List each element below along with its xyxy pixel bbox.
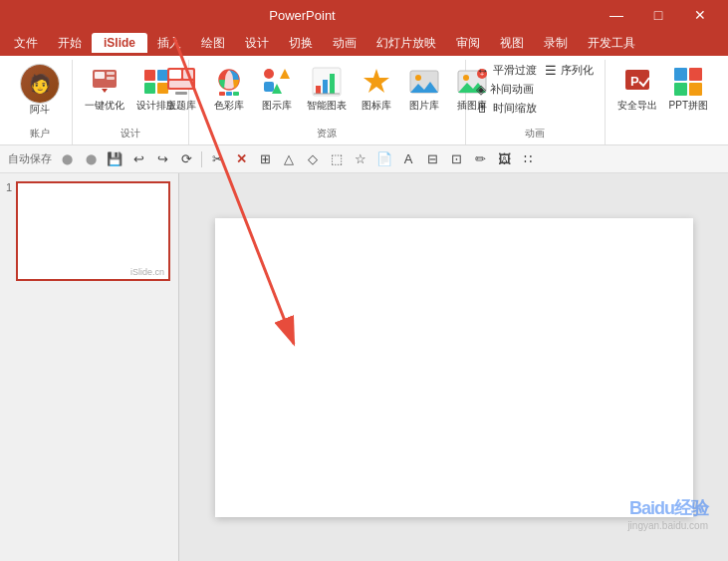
- svg-marker-19: [280, 69, 290, 79]
- icon-lib-btn[interactable]: 图示库: [255, 62, 299, 114]
- qa-sep1: [201, 151, 202, 167]
- safe-guide-btn[interactable]: P 安全导出: [613, 62, 661, 114]
- autosave-toggle[interactable]: ⬤: [56, 148, 78, 170]
- ribbon-group-animation: ↔ 平滑过渡 ◈ 补间动画 🎚 时间缩放 ☰ 序列化: [466, 60, 606, 144]
- slide-thumb-1[interactable]: iSlide.cn: [16, 181, 170, 281]
- svg-rect-15: [226, 92, 232, 96]
- svg-rect-16: [233, 92, 239, 96]
- theme-lib-label: 主题库: [166, 100, 196, 112]
- theme-lib-icon: [163, 64, 199, 100]
- undo-btn[interactable]: ↩: [127, 148, 149, 170]
- add-anim-icon: ◈: [476, 82, 486, 97]
- oneclick-btn[interactable]: 一键优化: [81, 62, 128, 114]
- color-lib-icon: [211, 64, 247, 100]
- add-anim-btn[interactable]: ◈ 补间动画: [474, 81, 539, 98]
- redo-btn[interactable]: ↪: [151, 148, 173, 170]
- slide-thumb-content: [18, 183, 168, 279]
- svg-text:P: P: [630, 74, 639, 89]
- account-name: 阿斗: [30, 104, 50, 116]
- menu-transition[interactable]: 切换: [279, 32, 323, 55]
- repeat-btn[interactable]: ⟳: [175, 148, 197, 170]
- menu-record[interactable]: 录制: [534, 32, 578, 55]
- qa-diamond[interactable]: ◇: [302, 148, 324, 170]
- oneclick-label: 一键优化: [85, 100, 124, 112]
- qa-text[interactable]: A: [397, 148, 419, 170]
- animation-items: ↔ 平滑过渡 ◈ 补间动画 🎚 时间缩放 ☰ 序列化: [474, 62, 596, 125]
- menu-insert[interactable]: 插入: [147, 32, 191, 55]
- account-avatar-btn[interactable]: 🧑 阿斗: [16, 62, 64, 118]
- anim-group-left: ↔ 平滑过渡 ◈ 补间动画 🎚 时间缩放: [474, 62, 539, 117]
- qa-grid[interactable]: ⊞: [254, 148, 276, 170]
- main-slide-area[interactable]: [179, 173, 728, 561]
- transition-icon: ↔: [476, 63, 489, 78]
- color-lib-btn[interactable]: 色彩库: [207, 62, 251, 114]
- transition-btn[interactable]: ↔ 平滑过渡: [474, 62, 539, 79]
- svg-rect-4: [144, 70, 155, 81]
- smart-chart-icon: [309, 64, 345, 100]
- save-btn[interactable]: 💾: [104, 148, 125, 170]
- svg-rect-38: [689, 68, 702, 81]
- photo-lib-btn[interactable]: 图片库: [402, 62, 446, 114]
- qa-plus-rect[interactable]: ⊡: [445, 148, 467, 170]
- qa-minus-rect[interactable]: ⊟: [421, 148, 443, 170]
- qa-cut[interactable]: ✂: [206, 148, 228, 170]
- qa-rect[interactable]: ⬚: [326, 148, 348, 170]
- avatar: 🧑: [20, 64, 60, 104]
- svg-rect-6: [144, 83, 155, 94]
- color-lib-label: 色彩库: [214, 100, 244, 112]
- ppt-puzzle-icon: [670, 64, 706, 100]
- icon-lib-icon: [259, 64, 295, 100]
- minimize-button[interactable]: —: [597, 0, 636, 30]
- svg-rect-1: [95, 72, 105, 79]
- smart-chart-btn[interactable]: 智能图表: [303, 62, 351, 114]
- photo-lib-icon: [406, 64, 442, 100]
- oneclick-icon: [87, 64, 122, 100]
- qa-close[interactable]: ✕: [230, 148, 252, 170]
- icon-lib2-icon: [359, 64, 394, 100]
- ribbon-group-account: 🧑 阿斗 账户: [8, 60, 73, 144]
- avatar-inner: 🧑: [21, 65, 59, 103]
- ppt-puzzle-btn[interactable]: PPT拼图: [665, 62, 712, 114]
- svg-rect-11: [169, 81, 193, 88]
- qa-image[interactable]: 🖼: [493, 148, 515, 170]
- title-bar: PowerPoint — □ ✕: [0, 0, 728, 30]
- maximize-button[interactable]: □: [638, 0, 678, 30]
- menu-start[interactable]: 开始: [48, 32, 92, 55]
- design-group-label: 设计: [121, 127, 140, 140]
- slide-panel[interactable]: 1 iSlide.cn: [0, 173, 179, 561]
- qa-doc[interactable]: 📄: [373, 148, 395, 170]
- menu-slideshow[interactable]: 幻灯片放映: [366, 32, 446, 55]
- icon-lib-label: 图示库: [262, 100, 292, 112]
- menu-devtools[interactable]: 开发工具: [578, 32, 645, 55]
- close-button[interactable]: ✕: [680, 0, 720, 30]
- menu-islide[interactable]: iSlide: [92, 33, 147, 53]
- quick-access-toolbar: 自动保存 ⬤ ⬤ 💾 ↩ ↪ ⟳ ✂ ✕ ⊞ △ ◇ ⬚ ☆ 📄 A ⊟ ⊡ ✏…: [0, 145, 728, 173]
- resources-items: 主题库: [159, 62, 494, 125]
- autosave-off[interactable]: ⬤: [80, 148, 102, 170]
- ribbon-content: 🧑 阿斗 账户: [0, 56, 728, 144]
- menu-bar: 文件 开始 iSlide 插入 绘图 设计 切换 动画 幻灯片放映 审阅 视图 …: [0, 30, 728, 56]
- time-zoom-icon: 🎚: [476, 101, 489, 116]
- sequence-btn[interactable]: ☰ 序列化: [543, 62, 596, 79]
- qa-pen[interactable]: ✏: [469, 148, 491, 170]
- menu-file[interactable]: 文件: [4, 32, 48, 55]
- svg-rect-22: [316, 86, 321, 94]
- qa-star[interactable]: ☆: [350, 148, 371, 170]
- menu-design[interactable]: 设计: [235, 32, 279, 55]
- time-zoom-btn[interactable]: 🎚 时间缩放: [474, 100, 539, 117]
- qa-triangle[interactable]: △: [278, 148, 300, 170]
- ribbon-group-tools: P 安全导出 PPT拼图: [606, 60, 720, 144]
- icon-lib2-btn[interactable]: 图标库: [355, 62, 398, 114]
- svg-rect-14: [219, 92, 225, 96]
- svg-rect-2: [107, 72, 115, 75]
- menu-view[interactable]: 视图: [490, 32, 534, 55]
- ribbon: 🧑 阿斗 账户: [0, 56, 728, 145]
- menu-draw[interactable]: 绘图: [191, 32, 235, 55]
- slide-canvas[interactable]: [215, 218, 693, 517]
- menu-animation[interactable]: 动画: [323, 32, 366, 55]
- safe-guide-icon: P: [619, 64, 655, 100]
- theme-lib-btn[interactable]: 主题库: [159, 62, 203, 114]
- menu-review[interactable]: 审阅: [446, 32, 490, 55]
- slide-thumb-footer: iSlide.cn: [130, 267, 164, 277]
- qa-more[interactable]: ∷: [517, 148, 539, 170]
